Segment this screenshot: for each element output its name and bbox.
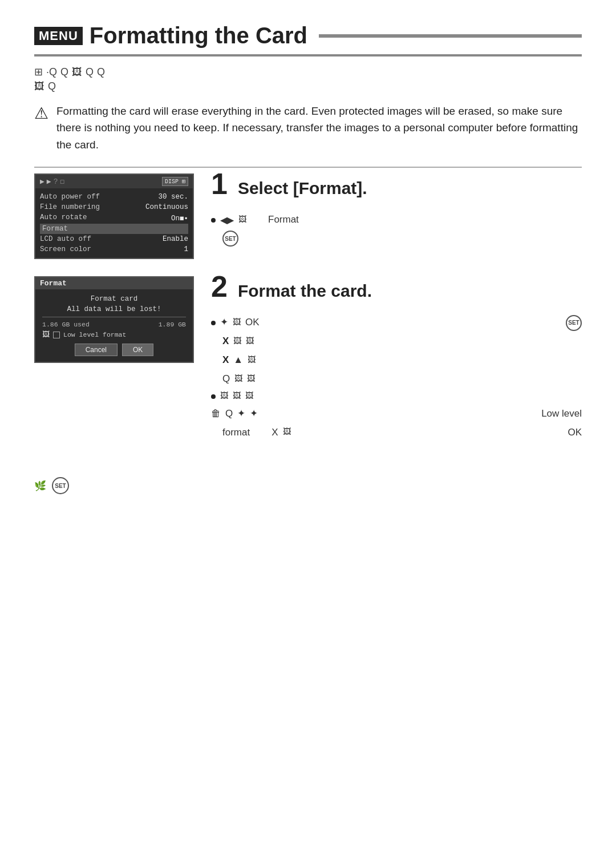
footer-set-badge: SET (52, 477, 69, 494)
step2-cam-sym-3: 🖼 (246, 335, 254, 349)
x-bullet-2: X (222, 352, 229, 369)
step-2-number: 2 (211, 272, 228, 301)
step2-cam-sym-2: 🖼 (233, 335, 241, 349)
arrow-lr-icon: ◀▶ (220, 212, 234, 228)
cancel-button[interactable]: Cancel (75, 344, 117, 356)
ok-button[interactable]: OK (122, 344, 153, 356)
cam-row-4: LCD auto off Enable (40, 234, 188, 244)
low-level-checkbox[interactable] (53, 332, 60, 338)
cam-sym-1: ⊞ (34, 66, 43, 78)
step2-cam-sym-5: 🖼 (234, 373, 242, 386)
step-2-line-1: ✦ 🖼 OK SET (211, 314, 582, 331)
storage-used: 1.86 GB used (42, 321, 90, 328)
cam-sym-7: 🖼 (34, 80, 44, 92)
page-title: Formatting the Card (90, 23, 307, 49)
cam-row-format: Format (40, 224, 188, 234)
step2-diamond: ✦ (220, 314, 228, 331)
cam-row-1: Auto power off 30 sec. (40, 192, 188, 202)
set-badge-2: SET (566, 315, 582, 331)
step-2-row: Format Format card All data will be lost… (34, 276, 582, 443)
dialog-divider (42, 317, 186, 317)
set-badge-1: SET (222, 231, 238, 247)
warning-icon: ⚠ (34, 104, 48, 123)
page-title-area: MENU Formatting the Card (34, 23, 582, 56)
bullet-dot-3 (211, 394, 216, 399)
cam-row-2: File numbering Continuous (40, 202, 188, 212)
cam-sym-4: 🖼 (72, 66, 82, 78)
page-footer: 🌿 SET (34, 477, 582, 494)
step-2-line-7: format X 🖼 OK (222, 425, 582, 441)
step2-cam-sym-8: 🖼 (233, 390, 241, 403)
warning-block: ⚠ Formatting the card will erase everyth… (34, 103, 582, 153)
step-1-format-label: Format (268, 212, 299, 228)
low-level-text: Low level (541, 406, 582, 422)
step2-cam-sym-6: 🖼 (247, 373, 255, 386)
bullet-dot-2 (211, 321, 216, 325)
cam-sym-8: Q (48, 80, 56, 92)
camera-tab-icons: ▶ ▶ ? ◻ (40, 177, 64, 186)
step-1-content: 1 Select [Format]. ◀▶ 🖼 Format SET (211, 173, 582, 249)
cam-sym-step1: 🖼 (238, 213, 246, 227)
step2-cam-sym-4: 🖼 (248, 354, 256, 368)
step-1-row: ▶ ▶ ? ◻ DISP ⊞ Auto power off 30 sec. Fi… (34, 173, 582, 259)
sun-icon-1: ✦ (237, 406, 245, 422)
footer-flower-icon: 🌿 (34, 480, 46, 492)
camera-screen-body: Auto power off 30 sec. File numbering Co… (35, 188, 193, 258)
cam-sym-6: Q (97, 66, 105, 78)
step-1-line-1: ◀▶ 🖼 Format (211, 212, 582, 228)
step-1-number: 1 (211, 169, 228, 199)
step-2-line-5: 🖼 🖼 🖼 (211, 390, 582, 403)
tab-icon-1: ▶ (40, 177, 44, 186)
format-text: format (222, 425, 250, 441)
steps-area: ▶ ▶ ? ◻ DISP ⊞ Auto power off 30 sec. Fi… (34, 167, 582, 443)
tab-icon-2: ▶ (47, 177, 51, 186)
cam-sym-2: ·Q (46, 66, 57, 78)
step-2-content: 2 Format the card. ✦ 🖼 OK SET X 🖼 🖼 (211, 276, 582, 443)
dialog-low-level: 🖼 Low level format (42, 330, 186, 339)
dialog-line-2: All data will be lost! (42, 305, 186, 313)
step-2-line-2: X 🖼 🖼 (222, 333, 582, 350)
x-bullet-3: X (271, 425, 278, 441)
trash-icon: 🗑 (211, 406, 221, 422)
triangle-icon: ▲ (233, 352, 243, 369)
icon-row-2: 🖼 Q (34, 80, 582, 92)
dialog-title-bar: Format (35, 277, 193, 289)
camera-screen-top: ▶ ▶ ? ◻ DISP ⊞ (35, 175, 193, 188)
magnify-icon-2: Q (225, 406, 233, 422)
cam-sym-5: Q (86, 66, 94, 78)
step-2-instructions: ✦ 🖼 OK SET X 🖼 🖼 X ▲ 🖼 (211, 314, 582, 441)
cam-row-3: Auto rotate On◼▪ (40, 212, 188, 224)
dialog-storage: 1.86 GB used 1.89 GB (42, 321, 186, 328)
storage-total: 1.89 GB (159, 321, 186, 328)
warning-text: Formatting the card will erase everythin… (56, 103, 582, 153)
step2-ok: OK (245, 314, 260, 331)
step-2-line-6: 🗑 Q ✦ ✦ Low level (211, 406, 582, 422)
bullet-dot-1 (211, 218, 216, 223)
step-1-line-2: SET (222, 231, 582, 247)
format-dialog-screen: Format Format card All data will be lost… (34, 276, 194, 363)
sun-icon-2: ✦ (250, 406, 258, 422)
tab-icon-3: ? (54, 177, 58, 186)
x-bullet-1: X (222, 333, 229, 350)
cam-row-5: Screen color 1 (40, 244, 188, 255)
dialog-buttons: Cancel OK (42, 344, 186, 356)
low-level-label: Low level format (63, 331, 126, 338)
ok-text: OK (568, 425, 582, 441)
step-1-instructions: ◀▶ 🖼 Format SET (211, 212, 582, 247)
disp-badge: DISP ⊞ (162, 177, 188, 186)
dialog-line-1: Format card (42, 295, 186, 303)
dialog-body: Format card All data will be lost! 1.86 … (35, 289, 193, 362)
icon-row-1: ⊞ ·Q Q 🖼 Q Q (34, 66, 582, 78)
cam-sym-3: Q (60, 66, 68, 78)
step2-cam-sym-7: 🖼 (220, 390, 228, 403)
step2-cam-sym-9: 🖼 (245, 390, 253, 403)
menu-badge: MENU (34, 27, 83, 45)
low-level-icon: 🖼 (42, 330, 50, 339)
magnify-icon-1: Q (222, 371, 230, 387)
step2-cam-sym-1: 🖼 (233, 316, 241, 330)
step-2-line-4: Q 🖼 🖼 (222, 371, 582, 387)
tab-icon-4: ◻ (60, 177, 64, 186)
step2-cam-sym-10: 🖼 (283, 426, 291, 439)
title-bar-line (319, 34, 582, 38)
step-1-title: Select [Format]. (238, 176, 367, 198)
